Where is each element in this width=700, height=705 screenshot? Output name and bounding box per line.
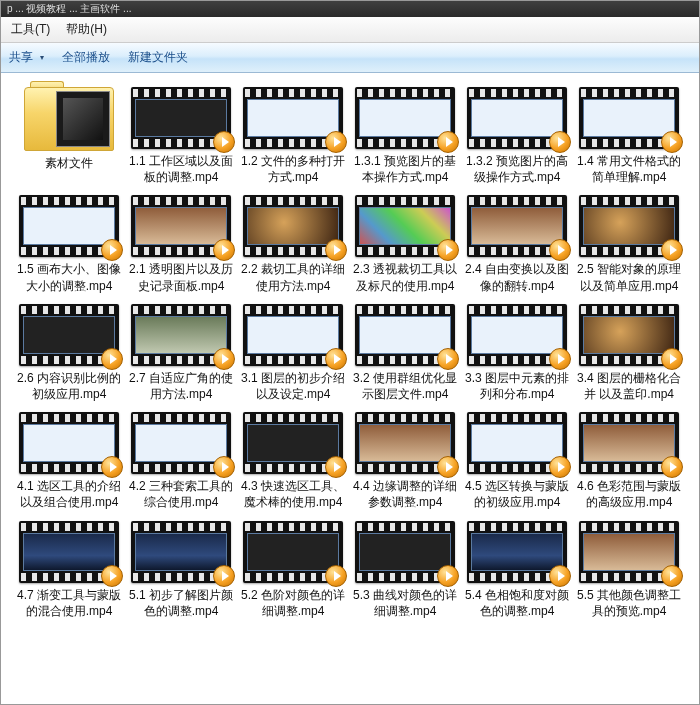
video-item[interactable]: 5.2 色阶对颜色的详细调整.mp4: [239, 521, 347, 619]
item-label: 1.3.2 预览图片的高级操作方式.mp4: [465, 153, 569, 185]
video-item[interactable]: 2.1 透明图片以及历史记录面板.mp4: [127, 195, 235, 293]
video-thumbnail: [243, 304, 343, 366]
play-icon: [325, 565, 347, 587]
video-item[interactable]: 1.2 文件的多种打开方式.mp4: [239, 87, 347, 185]
video-item[interactable]: 1.4 常用文件格式的简单理解.mp4: [575, 87, 683, 185]
video-item[interactable]: 5.3 曲线对颜色的详细调整.mp4: [351, 521, 459, 619]
play-icon: [437, 565, 459, 587]
menu-tools[interactable]: 工具(T): [11, 21, 50, 38]
video-item[interactable]: 5.4 色相饱和度对颜色的调整.mp4: [463, 521, 571, 619]
video-item[interactable]: 2.5 智能对象的原理以及简单应用.mp4: [575, 195, 683, 293]
play-icon: [437, 131, 459, 153]
play-icon: [661, 131, 683, 153]
video-item[interactable]: 2.4 自由变换以及图像的翻转.mp4: [463, 195, 571, 293]
video-thumbnail: [355, 304, 455, 366]
video-thumbnail: [131, 195, 231, 257]
video-item[interactable]: 3.2 使用群组优化显示图层文件.mp4: [351, 304, 459, 402]
video-item[interactable]: 2.7 自适应广角的使用方法.mp4: [127, 304, 235, 402]
video-item[interactable]: 4.2 三种套索工具的综合使用.mp4: [127, 412, 235, 510]
item-label: 4.5 选区转换与蒙版的初级应用.mp4: [465, 478, 569, 510]
video-thumbnail: [243, 412, 343, 474]
play-icon: [549, 456, 571, 478]
play-icon: [213, 131, 235, 153]
play-icon: [661, 348, 683, 370]
item-label: 5.3 曲线对颜色的详细调整.mp4: [353, 587, 457, 619]
play-icon: [661, 456, 683, 478]
play-icon: [325, 131, 347, 153]
play-icon: [213, 239, 235, 261]
play-icon: [325, 456, 347, 478]
video-item[interactable]: 2.3 透视裁切工具以及标尺的使用.mp4: [351, 195, 459, 293]
play-icon: [213, 348, 235, 370]
newfolder-button[interactable]: 新建文件夹: [128, 49, 188, 66]
video-thumbnail: [131, 412, 231, 474]
item-label: 素材文件: [17, 155, 121, 171]
video-item[interactable]: 2.2 裁切工具的详细使用方法.mp4: [239, 195, 347, 293]
video-thumbnail: [579, 87, 679, 149]
play-icon: [101, 348, 123, 370]
item-label: 1.1 工作区域以及面板的调整.mp4: [129, 153, 233, 185]
item-label: 4.6 色彩范围与蒙版的高级应用.mp4: [577, 478, 681, 510]
play-icon: [549, 131, 571, 153]
video-item[interactable]: 3.4 图层的栅格化合并 以及盖印.mp4: [575, 304, 683, 402]
video-item[interactable]: 4.6 色彩范围与蒙版的高级应用.mp4: [575, 412, 683, 510]
play-icon: [101, 456, 123, 478]
item-label: 1.5 画布大小、图像大小的调整.mp4: [17, 261, 121, 293]
video-thumbnail: [243, 195, 343, 257]
video-thumbnail: [467, 521, 567, 583]
video-item[interactable]: 3.3 图层中元素的排列和分布.mp4: [463, 304, 571, 402]
play-icon: [213, 565, 235, 587]
video-thumbnail: [467, 87, 567, 149]
video-item[interactable]: 2.6 内容识别比例的初级应用.mp4: [15, 304, 123, 402]
play-icon: [325, 348, 347, 370]
video-thumbnail: [19, 412, 119, 474]
video-item[interactable]: 4.5 选区转换与蒙版的初级应用.mp4: [463, 412, 571, 510]
item-label: 5.1 初步了解图片颜色的调整.mp4: [129, 587, 233, 619]
play-icon: [437, 348, 459, 370]
item-label: 2.7 自适应广角的使用方法.mp4: [129, 370, 233, 402]
play-icon: [437, 456, 459, 478]
item-label: 4.2 三种套索工具的综合使用.mp4: [129, 478, 233, 510]
video-item[interactable]: 1.1 工作区域以及面板的调整.mp4: [127, 87, 235, 185]
video-item[interactable]: 1.3.2 预览图片的高级操作方式.mp4: [463, 87, 571, 185]
video-thumbnail: [131, 87, 231, 149]
item-label: 5.4 色相饱和度对颜色的调整.mp4: [465, 587, 569, 619]
menu-help[interactable]: 帮助(H): [66, 21, 107, 38]
video-item[interactable]: 1.5 画布大小、图像大小的调整.mp4: [15, 195, 123, 293]
item-label: 4.4 边缘调整的详细参数调整.mp4: [353, 478, 457, 510]
folder-item[interactable]: 素材文件: [15, 87, 123, 185]
play-icon: [437, 239, 459, 261]
video-thumbnail: [19, 304, 119, 366]
video-thumbnail: [243, 521, 343, 583]
play-icon: [101, 565, 123, 587]
item-label: 3.4 图层的栅格化合并 以及盖印.mp4: [577, 370, 681, 402]
video-item[interactable]: 5.5 其他颜色调整工具的预览.mp4: [575, 521, 683, 619]
play-icon: [549, 239, 571, 261]
item-label: 2.4 自由变换以及图像的翻转.mp4: [465, 261, 569, 293]
item-label: 1.2 文件的多种打开方式.mp4: [241, 153, 345, 185]
item-label: 2.3 透视裁切工具以及标尺的使用.mp4: [353, 261, 457, 293]
share-button[interactable]: 共享: [9, 49, 44, 66]
folder-icon: [24, 87, 114, 151]
playall-button[interactable]: 全部播放: [62, 49, 110, 66]
video-item[interactable]: 4.7 渐变工具与蒙版的混合使用.mp4: [15, 521, 123, 619]
video-item[interactable]: 3.1 图层的初步介绍以及设定.mp4: [239, 304, 347, 402]
window-titlebar: p ... 视频教程 ... 主画软件 ...: [1, 1, 699, 17]
video-item[interactable]: 5.1 初步了解图片颜色的调整.mp4: [127, 521, 235, 619]
video-item[interactable]: 4.4 边缘调整的详细参数调整.mp4: [351, 412, 459, 510]
video-thumbnail: [19, 521, 119, 583]
file-grid: 素材文件1.1 工作区域以及面板的调整.mp41.2 文件的多种打开方式.mp4…: [1, 73, 699, 629]
play-icon: [325, 239, 347, 261]
play-icon: [549, 565, 571, 587]
video-thumbnail: [579, 521, 679, 583]
video-thumbnail: [355, 412, 455, 474]
item-label: 4.1 选区工具的介绍以及组合使用.mp4: [17, 478, 121, 510]
video-thumbnail: [467, 304, 567, 366]
item-label: 2.1 透明图片以及历史记录面板.mp4: [129, 261, 233, 293]
video-item[interactable]: 4.1 选区工具的介绍以及组合使用.mp4: [15, 412, 123, 510]
item-label: 2.6 内容识别比例的初级应用.mp4: [17, 370, 121, 402]
video-item[interactable]: 1.3.1 预览图片的基本操作方式.mp4: [351, 87, 459, 185]
video-thumbnail: [19, 195, 119, 257]
play-icon: [661, 565, 683, 587]
video-item[interactable]: 4.3 快速选区工具、魔术棒的使用.mp4: [239, 412, 347, 510]
